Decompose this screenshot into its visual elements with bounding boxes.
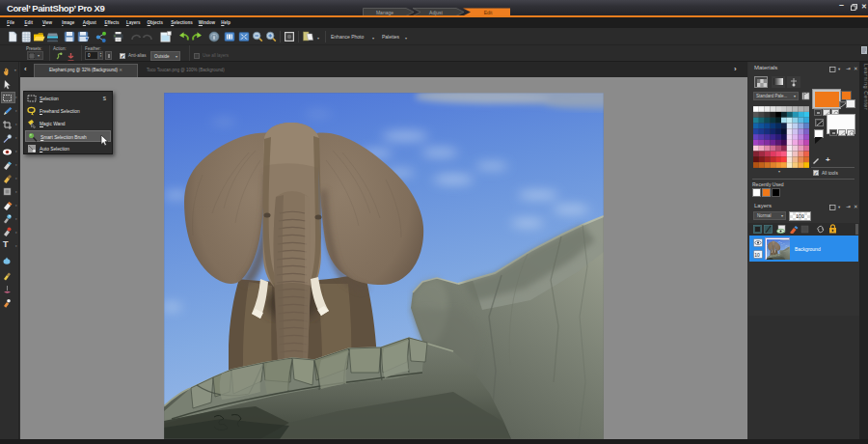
svg-text:10: 10 xyxy=(754,252,760,258)
svg-text:Manage: Manage xyxy=(376,9,393,14)
svg-text:Edit: Edit xyxy=(484,9,493,14)
svg-text:Adjust: Adjust xyxy=(429,9,444,14)
